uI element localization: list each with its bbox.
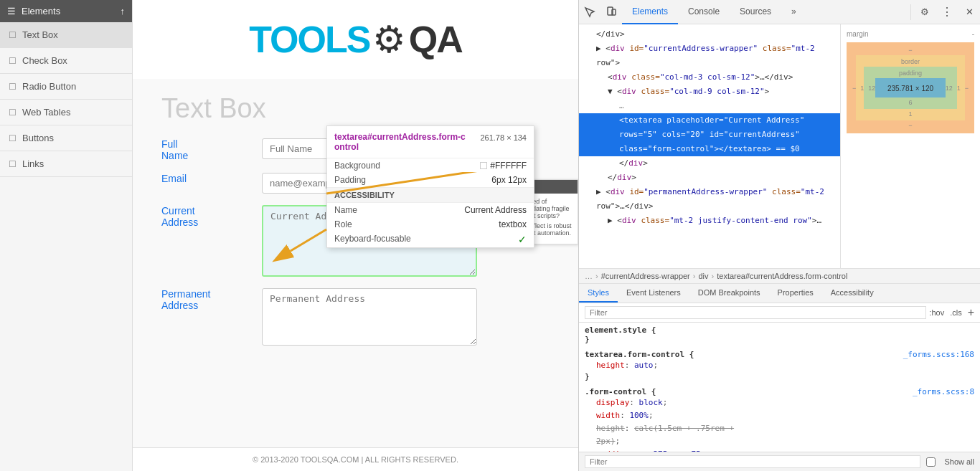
html-line-6[interactable]: …: [579, 99, 840, 113]
border-right-val: 1: [957, 85, 961, 92]
devtools-device-button[interactable]: [600, 0, 622, 24]
check-green-icon: ✓: [518, 234, 527, 245]
style-rule-element: element.style { }: [585, 325, 974, 344]
sidebar-item-label-links: Links: [22, 158, 44, 169]
bottom-filter-input[interactable]: [585, 455, 920, 468]
style-source-textarea[interactable]: _forms.scss:168: [903, 350, 974, 359]
styles-tab-accessibility[interactable]: Accessibility: [822, 284, 882, 303]
sidebar-item-buttons[interactable]: ☐ Buttons: [0, 125, 132, 151]
tooltip-key-background: Background: [334, 161, 380, 171]
sidebar-item-check-box[interactable]: ☐ Check Box: [0, 48, 132, 74]
sidebar-item-radio-button[interactable]: ☐ Radio Button: [0, 74, 132, 100]
divider: [910, 4, 911, 20]
html-line-9-selected[interactable]: class="form-control"></textarea> == $0: [579, 142, 840, 156]
html-line-7-selected[interactable]: <textarea placeholder="Current Address": [579, 113, 840, 128]
breadcrumb-sep-2: ›: [693, 272, 696, 280]
styles-content: element.style { } textarea.form-control …: [579, 323, 980, 452]
web-tables-icon: ☐: [9, 108, 17, 118]
label-email: Email: [161, 173, 248, 184]
devtools-bottom-bar: Show all: [579, 452, 980, 471]
textarea-permanent-address[interactable]: [262, 288, 477, 346]
html-line-8-selected[interactable]: rows="5" cols="20" id="currentAddress": [579, 128, 840, 142]
style-rule-textarea: textarea.form-control { _forms.scss:168 …: [585, 350, 974, 381]
devtools-inspect-button[interactable]: [579, 0, 600, 24]
logo-qa: QA: [409, 19, 462, 60]
tooltip-size: 261.78 × 134: [480, 133, 527, 142]
radio-button-icon: ☐: [9, 82, 17, 92]
styles-tab-styles[interactable]: Styles: [579, 284, 618, 303]
tooltip-acc-key-role: Role: [334, 219, 352, 229]
breadcrumb-div[interactable]: div: [698, 272, 708, 280]
devtools-more-button[interactable]: ⋮: [936, 5, 958, 19]
footer: © 2013-2020 TOOLSQA.COM | ALL RIGHTS RES…: [133, 447, 578, 471]
sidebar-collapse-icon[interactable]: ↑: [121, 6, 126, 16]
tooltip-selector: textarea#currentAddress.form-c: [334, 132, 466, 142]
show-all-checkbox[interactable]: [926, 457, 936, 467]
sidebar-item-text-box[interactable]: ☐ Text Box: [0, 22, 132, 48]
html-line-14[interactable]: ▶ <div class="mt-2 justify-content-end r…: [579, 214, 840, 228]
styles-tab-properties[interactable]: Properties: [769, 284, 822, 303]
styles-filter-input[interactable]: [585, 306, 926, 319]
logo: TOOLS ⚙ QA: [249, 18, 461, 61]
prop-val-height-calc: calc(1.5em + .75rem +: [634, 424, 734, 433]
html-line-10[interactable]: </div>: [579, 156, 840, 171]
html-line-2[interactable]: ▶ <div id="currentAddress-wrapper" class…: [579, 42, 840, 56]
html-line-4[interactable]: <div class="col-md-3 col-sm-12">…</div>: [579, 70, 840, 85]
prop-val-auto: auto: [634, 361, 654, 370]
tooltip-row-background: Background #FFFFFF: [327, 158, 534, 173]
tooltip-selector2: ontrol: [334, 142, 359, 152]
html-line-12[interactable]: ▶ <div id="permanentAddress-wrapper" cla…: [579, 185, 840, 199]
tooltip-val-padding: 6px 12px: [491, 175, 527, 185]
margin-top-label: −: [852, 47, 969, 54]
html-line-11[interactable]: </div>: [579, 171, 840, 185]
html-line-13[interactable]: row">…</div>: [579, 199, 840, 214]
box-border: border 1 padding 12: [856, 55, 964, 120]
styles-tab-event-listeners[interactable]: Event Listeners: [618, 284, 689, 303]
breadcrumb-dots: …: [585, 272, 593, 280]
cls-filter-btn[interactable]: .cls: [950, 308, 962, 317]
box-margin: − − border 1 padding: [847, 42, 974, 133]
style-selector-element: element.style {: [585, 325, 974, 335]
tooltip-key-padding: Padding: [334, 175, 366, 185]
box-border-row: − border 1 padding: [852, 55, 969, 120]
sidebar-item-label-web-tables: Web Tables: [22, 107, 70, 118]
html-line-3[interactable]: row">: [579, 56, 840, 70]
label-current-address: CurrentAddress: [161, 205, 248, 228]
devtools-settings-button[interactable]: ⚙: [914, 0, 936, 24]
devtools-tab-console[interactable]: Console: [678, 0, 730, 24]
devtools-content: </div> ▶ <div id="currentAddress-wrapper…: [579, 24, 980, 268]
devtools-toolbar-right: ⚙ ⋮ ✕: [908, 0, 980, 24]
tooltip-acc-name: Name Current Address: [327, 203, 534, 217]
padding-bottom: 6: [868, 99, 952, 106]
style-rule-form-control: .form-control { _forms.scss:8 display: b…: [585, 387, 974, 452]
margin-label: margin: [847, 30, 869, 38]
box-padding: padding 12 235.781 × 120 12: [864, 67, 956, 109]
devtools-tab-more[interactable]: »: [781, 0, 806, 24]
hover-filter-btn[interactable]: :hov: [929, 308, 944, 317]
styles-tab-dom-breakpoints[interactable]: DOM Breakpoints: [689, 284, 769, 303]
form-title: Text Box: [161, 93, 550, 124]
style-source-form-control[interactable]: _forms.scss:8: [913, 387, 974, 396]
sidebar-item-links[interactable]: ☐ Links: [0, 151, 132, 177]
prop-val-width: 100%: [629, 411, 649, 420]
breadcrumb-sep-3: ›: [712, 272, 715, 280]
padding-label: padding: [868, 70, 952, 77]
prop-val-display: block: [639, 398, 663, 407]
style-prop-height-calc: height: calc(1.5em + .75rem +: [585, 422, 974, 435]
sidebar-item-web-tables[interactable]: ☐ Web Tables: [0, 100, 132, 125]
box-content-row: 12 235.781 × 120 12: [868, 78, 952, 97]
devtools-close-button[interactable]: ✕: [958, 0, 980, 24]
devtools-tab-elements[interactable]: Elements: [622, 0, 678, 24]
tooltip-header: textarea#currentAddress.form-c 261.78 × …: [327, 126, 534, 158]
style-prop-height-auto: height: auto;: [585, 359, 974, 372]
element-tooltip: textarea#currentAddress.form-c 261.78 × …: [326, 125, 534, 248]
breadcrumb-textarea[interactable]: textarea#currentAddress.form-control: [717, 272, 847, 280]
add-style-btn[interactable]: +: [968, 306, 974, 319]
tooltip-acc-key-name: Name: [334, 205, 357, 215]
devtools-tab-sources[interactable]: Sources: [730, 0, 781, 24]
html-line-5[interactable]: ▼ <div class="col-md-9 col-sm-12">: [579, 85, 840, 99]
sidebar-item-label-buttons: Buttons: [22, 133, 54, 143]
html-line-1[interactable]: </div>: [579, 27, 840, 42]
show-all-label: Show all: [944, 457, 974, 466]
breadcrumb-wrapper[interactable]: #currentAddress-wrapper: [601, 272, 690, 280]
